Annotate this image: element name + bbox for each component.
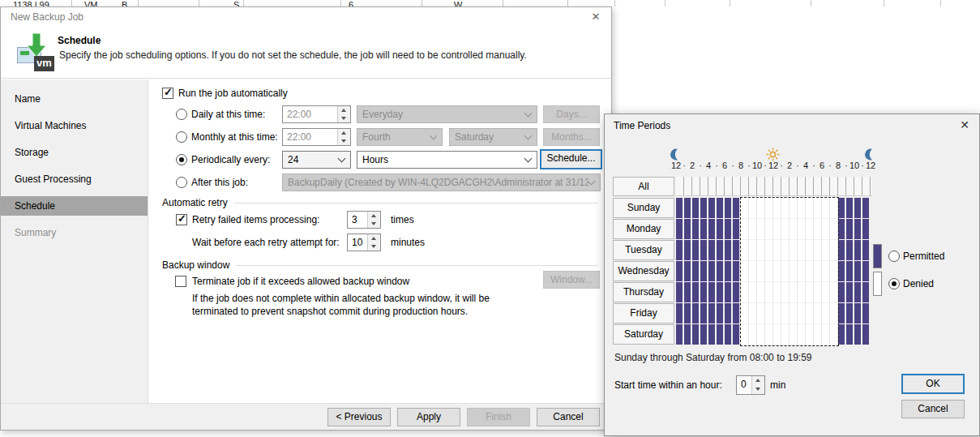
grid-cell[interactable] [717,261,725,281]
grid-cell[interactable] [838,219,846,239]
all-hour-cell[interactable] [830,177,838,195]
day-button-tuesday[interactable]: Tuesday [613,240,674,260]
grid-cell[interactable] [757,240,765,260]
grid-cell[interactable] [798,198,806,218]
grid-cell[interactable] [822,303,830,323]
grid-cell[interactable] [798,219,806,239]
grid-cell[interactable] [733,240,741,260]
grid-cell[interactable] [684,219,692,239]
grid-cell[interactable] [708,324,717,345]
grid-cell[interactable] [781,282,790,302]
grid-cell[interactable] [773,282,781,302]
grid-cell[interactable] [765,324,773,345]
run-automatically-checkbox[interactable] [162,88,173,99]
grid-cell[interactable] [790,240,798,260]
grid-cell[interactable] [830,282,838,302]
spin-down-icon[interactable] [368,220,380,228]
grid-cell[interactable] [741,240,749,260]
grid-cell[interactable] [781,324,790,345]
grid-cell[interactable] [757,261,765,281]
grid-cell[interactable] [757,198,765,218]
grid-cell[interactable] [749,303,757,323]
wait-minutes-input[interactable]: 10 [347,233,381,251]
grid-cell[interactable] [765,219,773,239]
grid-cell[interactable] [765,261,773,281]
all-hour-cell[interactable] [773,177,781,195]
sidebar-item-virtual-machines[interactable]: Virtual Machines [1,116,148,135]
all-hour-cell[interactable] [684,177,692,195]
grid-cell[interactable] [733,282,741,302]
schedule-button[interactable]: Schedule... [540,149,602,169]
all-hour-cell[interactable] [781,177,790,195]
grid-cell[interactable] [862,303,871,323]
grid-cell[interactable] [692,240,700,260]
grid-cell[interactable] [798,261,806,281]
grid-cell[interactable] [822,198,830,218]
grid-cell[interactable] [692,261,700,281]
grid-cell[interactable] [741,324,749,345]
grid-cell[interactable] [781,261,790,281]
grid-cell[interactable] [749,219,757,239]
grid-cell[interactable] [862,240,871,260]
grid-cell[interactable] [798,240,806,260]
grid-cell[interactable] [854,324,862,345]
grid-cell[interactable] [862,198,871,218]
tp-cancel-button[interactable]: Cancel [901,400,965,418]
grid-cell[interactable] [814,282,822,302]
grid-cell[interactable] [773,198,781,218]
grid-cell[interactable] [676,219,684,239]
grid-cell[interactable] [700,240,708,260]
grid-cell[interactable] [846,219,854,239]
grid-cell[interactable] [749,261,757,281]
grid-cell[interactable] [822,240,830,260]
grid-cell[interactable] [862,324,871,345]
grid-cell[interactable] [854,282,862,302]
day-button-friday[interactable]: Friday [613,303,674,323]
grid-cell[interactable] [725,324,733,345]
grid-cell[interactable] [684,282,692,302]
start-time-input[interactable]: 0 [736,375,765,395]
grid-cell[interactable] [854,303,862,323]
grid-cell[interactable] [749,198,757,218]
grid-cell[interactable] [830,219,838,239]
grid-cell[interactable] [862,261,871,281]
spin-up-icon[interactable] [752,376,764,385]
grid-cell[interactable] [830,198,838,218]
grid-cell[interactable] [741,282,749,302]
grid-cell[interactable] [692,324,700,345]
grid-cell[interactable] [717,198,725,218]
grid-cell[interactable] [781,240,790,260]
grid-cell[interactable] [692,303,700,323]
grid-cell[interactable] [676,198,684,218]
grid-cell[interactable] [684,303,692,323]
all-hour-cell[interactable] [757,177,765,195]
after-job-radio[interactable] [176,177,187,188]
grid-cell[interactable] [854,198,862,218]
grid-cell[interactable] [749,324,757,345]
grid-cell[interactable] [700,261,708,281]
all-hour-cell[interactable] [790,177,798,195]
grid-cell[interactable] [773,324,781,345]
grid-cell[interactable] [806,324,814,345]
all-hour-cell[interactable] [862,177,871,195]
grid-cell[interactable] [757,282,765,302]
grid-cell[interactable] [846,261,854,281]
grid-cell[interactable] [838,240,846,260]
grid-cell[interactable] [822,261,830,281]
grid-cell[interactable] [822,324,830,345]
grid-cell[interactable] [765,282,773,302]
daily-radio[interactable] [176,109,187,120]
spin-down-icon[interactable] [752,385,764,394]
all-hour-cell[interactable] [838,177,846,195]
grid-cell[interactable] [684,240,692,260]
grid-cell[interactable] [814,324,822,345]
grid-cell[interactable] [733,198,741,218]
grid-cell[interactable] [790,324,798,345]
grid-cell[interactable] [676,324,684,345]
grid-cell[interactable] [741,303,749,323]
all-days-button[interactable]: All [613,177,674,196]
grid-cell[interactable] [684,261,692,281]
grid-cell[interactable] [838,261,846,281]
sidebar-item-storage[interactable]: Storage [1,143,148,162]
grid-cell[interactable] [757,324,765,345]
